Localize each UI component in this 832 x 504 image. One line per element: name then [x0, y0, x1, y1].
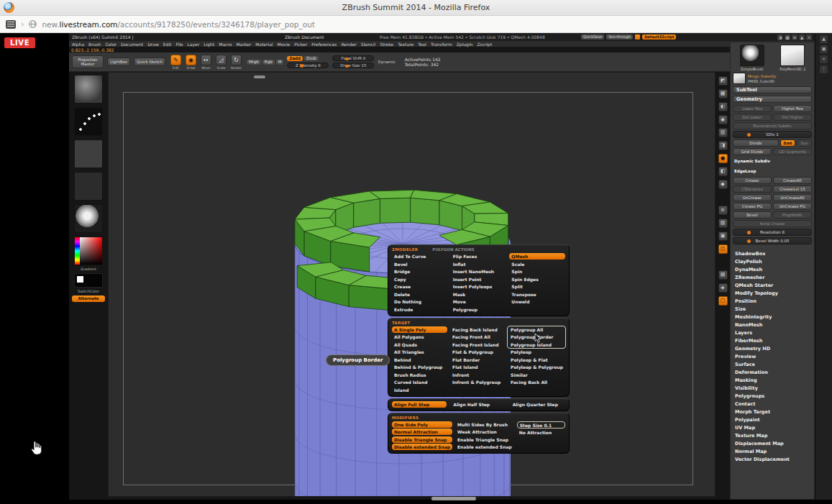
palette-section[interactable]: Polypaint: [733, 416, 812, 424]
zmodeler-target-item[interactable]: Flat Border: [450, 357, 506, 363]
zmodeler-target-item[interactable]: Polyloop & Flat: [508, 357, 565, 363]
geometry-button[interactable]: Crease PG: [733, 203, 772, 210]
projection-master-button[interactable]: Projection Master: [72, 55, 104, 68]
panel-icon[interactable]: ×: [806, 35, 812, 40]
palette-section[interactable]: Morph Target: [733, 408, 812, 416]
zmodeler-action-item[interactable]: Insert Point: [451, 276, 507, 283]
mode-button[interactable]: ◉ Draw: [184, 55, 198, 70]
palette-section[interactable]: Polygroups: [733, 393, 812, 400]
zmodeler-target-item[interactable]: Facing Front Island: [450, 342, 506, 348]
zmodeler-align-item[interactable]: Align Half Step: [451, 401, 506, 408]
shelf-icon[interactable]: ◧: [718, 167, 728, 176]
material-thumbnail[interactable]: [74, 204, 103, 233]
geometry-button[interactable]: Del Lower: [733, 114, 772, 121]
geometry-button[interactable]: Divide: [733, 139, 779, 147]
menu-item[interactable]: Zscript: [477, 42, 492, 47]
shelf-icon[interactable]: ◆: [718, 180, 728, 189]
saturation-square[interactable]: [80, 237, 102, 265]
sculpt-mode-button[interactable]: Zadd: [287, 56, 303, 61]
palette-section[interactable]: NanoMesh: [733, 321, 812, 329]
palette-section[interactable]: Surface: [733, 361, 812, 369]
geometry-button[interactable]: Resolution 8: [733, 229, 812, 236]
geometry-button[interactable]: Lower Res: [733, 105, 772, 112]
shelf-icon[interactable]: ▣: [718, 232, 728, 241]
zmodeler-action-item[interactable]: Insert Polyloops: [451, 283, 507, 290]
menu-item[interactable]: Alpha: [72, 42, 84, 47]
menu-item[interactable]: Picker: [294, 42, 307, 47]
geometry-button[interactable]: UnCrease PG: [773, 203, 812, 210]
sculpt-mode-button[interactable]: Zsub: [304, 56, 319, 61]
zmodeler-modifier-item[interactable]: Step Size 0.1: [517, 421, 565, 429]
alpha-thumbnail[interactable]: [74, 139, 103, 168]
zmodeler-target-item[interactable]: Polygroup All: [508, 326, 565, 333]
menu-item[interactable]: Color: [105, 42, 116, 47]
menu-item[interactable]: Material: [255, 42, 273, 47]
focal-shift-slider[interactable]: Focal Shift 0: [332, 55, 374, 61]
menu-item[interactable]: Layer: [188, 42, 200, 47]
geometry-button[interactable]: Suv: [797, 139, 812, 147]
zmodeler-action-item[interactable]: QMesh: [509, 253, 565, 260]
edge-icon[interactable]: ▣: [820, 45, 828, 53]
shelf-icon[interactable]: ◫: [718, 244, 728, 254]
divider-handle[interactable]: [254, 75, 265, 78]
shelf-icon[interactable]: ▧: [718, 219, 728, 228]
draw-size-slider[interactable]: Draw Size 15: [332, 63, 374, 68]
geometry-section-header[interactable]: Geometry: [733, 96, 812, 103]
palette-section[interactable]: ZRemesher: [733, 274, 812, 282]
paint-mode-button[interactable]: M: [276, 60, 284, 65]
zmodeler-action-item[interactable]: Polygroup: [451, 306, 507, 313]
dynamic-toggle[interactable]: Dynamic: [378, 60, 395, 64]
geometry-button[interactable]: UnCrease: [733, 194, 772, 201]
geometry-button[interactable]: CreaseLvl 15: [773, 185, 812, 193]
palette-section[interactable]: Layers: [733, 329, 812, 337]
geometry-button[interactable]: Dynamic Subdiv: [733, 158, 812, 165]
menu-item[interactable]: Brush: [88, 42, 101, 47]
shelf-icon[interactable]: ◈: [718, 283, 728, 293]
zmodeler-action-item[interactable]: Extrude: [392, 306, 448, 313]
palette-section[interactable]: QMesh Starter: [733, 282, 812, 290]
paint-mode-button[interactable]: Rgb: [262, 60, 275, 65]
menu-item[interactable]: Movie: [278, 42, 291, 47]
menu-item[interactable]: Marker: [236, 42, 251, 47]
shelf-icon[interactable]: ●: [718, 154, 728, 163]
zmodeler-action-item[interactable]: Insert NanoMesh: [451, 268, 507, 275]
geometry-button[interactable]: PropWidth: [773, 211, 812, 219]
palette-section[interactable]: Texture Map: [733, 432, 812, 440]
z-intensity-slider[interactable]: Z Intensity 8: [287, 63, 329, 68]
zmodeler-target-item[interactable]: Brush Radius: [392, 372, 447, 378]
zmodeler-target-item[interactable]: Curved Island: [392, 379, 447, 385]
panel-icon[interactable]: ◑: [777, 35, 783, 40]
current-tool-thumbnail[interactable]: [740, 45, 764, 66]
zmodeler-action-item[interactable]: Add To Curve: [392, 253, 448, 260]
menu-item[interactable]: Transform: [431, 42, 452, 47]
mode-button[interactable]: ✎ Edit: [169, 55, 183, 70]
lightbox-button[interactable]: LightBox: [107, 58, 130, 66]
shelf-icon[interactable]: ◨: [718, 141, 728, 150]
panel-icon[interactable]: ≡: [792, 35, 797, 40]
menu-item[interactable]: Light: [204, 42, 214, 47]
menu-item[interactable]: Preferences: [311, 42, 337, 47]
palette-section[interactable]: Deformation: [733, 369, 812, 377]
zmodeler-target-item[interactable]: Similar: [508, 372, 565, 378]
panel-icon[interactable]: ▲: [799, 35, 805, 40]
tool-thumbnail-small[interactable]: [733, 73, 746, 84]
geometry-button[interactable]: CTolerance: [733, 185, 772, 193]
palette-section[interactable]: Geometry HD: [733, 345, 812, 353]
paint-mode-button[interactable]: Mrgb: [247, 60, 261, 65]
zmodeler-action-item[interactable]: Unweld: [509, 298, 565, 305]
quicksave-button[interactable]: QuickSave: [581, 35, 604, 40]
zmodeler-action-item[interactable]: Crease: [392, 283, 448, 290]
zmodeler-target-item[interactable]: Facing Back All: [508, 379, 565, 385]
palette-section[interactable]: FiberMesh: [733, 337, 812, 345]
zmodeler-action-item[interactable]: Bridge: [392, 268, 448, 275]
recent-tool-thumbnail[interactable]: [780, 45, 805, 66]
hue-strip[interactable]: [75, 237, 80, 265]
zmodeler-target-item[interactable]: All Polygons: [392, 334, 447, 340]
geometry-button[interactable]: UnCreaseAll: [773, 194, 812, 201]
zmodeler-modifier-item[interactable]: Disable Triangle Snap: [392, 436, 452, 443]
zmodeler-modifier-item[interactable]: Disable extended Snap: [392, 444, 452, 450]
palette-section[interactable]: Masking: [733, 377, 812, 385]
zmodeler-modifier-item[interactable]: Enable Triangle Snap: [455, 436, 514, 443]
mode-button[interactable]: ↔ Move: [199, 55, 213, 70]
palette-section[interactable]: Modify Topology: [733, 290, 812, 298]
